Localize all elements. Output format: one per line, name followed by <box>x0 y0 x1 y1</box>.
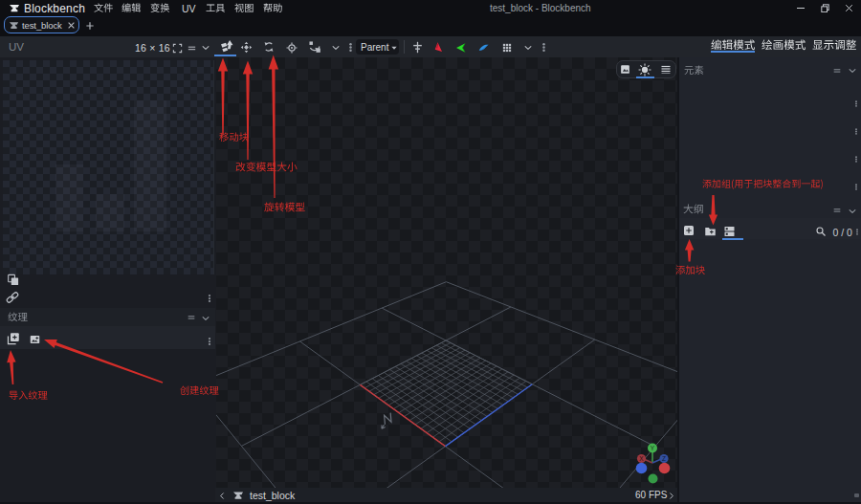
svg-text:X: X <box>639 455 644 462</box>
svg-text:Y: Y <box>651 445 655 451</box>
svg-text:Z: Z <box>662 455 666 462</box>
